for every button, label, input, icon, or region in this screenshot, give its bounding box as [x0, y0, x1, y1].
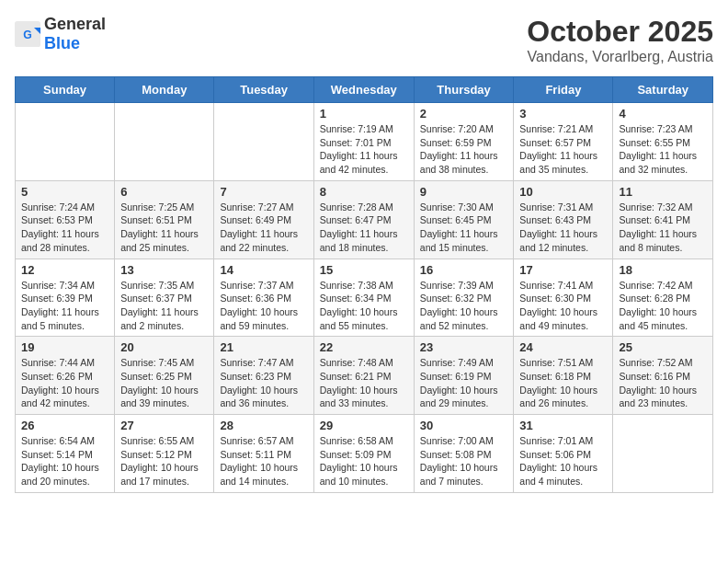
- day-number: 21: [220, 340, 307, 354]
- calendar-cell: 20Sunrise: 7:45 AM Sunset: 6:25 PM Dayli…: [115, 337, 214, 415]
- calendar-cell: [613, 415, 713, 493]
- day-info: Sunrise: 7:25 AM Sunset: 6:51 PM Dayligh…: [120, 201, 208, 255]
- calendar-cell: 24Sunrise: 7:51 AM Sunset: 6:18 PM Dayli…: [514, 337, 613, 415]
- calendar-cell: 18Sunrise: 7:42 AM Sunset: 6:28 PM Dayli…: [613, 259, 713, 337]
- day-number: 11: [619, 185, 707, 199]
- calendar-cell: 30Sunrise: 7:00 AM Sunset: 5:08 PM Dayli…: [414, 415, 514, 493]
- title-block: October 2025 Vandans, Vorarlberg, Austri…: [527, 15, 713, 65]
- calendar-header-row: SundayMondayTuesdayWednesdayThursdayFrid…: [16, 77, 713, 103]
- logo-general: General: [44, 15, 106, 33]
- svg-text:G: G: [23, 29, 32, 41]
- day-header-thursday: Thursday: [414, 77, 514, 103]
- day-info: Sunrise: 7:20 AM Sunset: 6:59 PM Dayligh…: [420, 122, 508, 177]
- day-info: Sunrise: 7:39 AM Sunset: 6:32 PM Dayligh…: [420, 279, 508, 333]
- calendar-cell: 25Sunrise: 7:52 AM Sunset: 6:16 PM Dayli…: [613, 337, 713, 415]
- day-number: 24: [519, 340, 607, 354]
- day-number: 3: [519, 107, 607, 121]
- day-info: Sunrise: 7:31 AM Sunset: 6:43 PM Dayligh…: [519, 201, 607, 255]
- calendar-week-5: 26Sunrise: 6:54 AM Sunset: 5:14 PM Dayli…: [16, 415, 713, 493]
- day-number: 26: [21, 419, 108, 432]
- day-info: Sunrise: 7:49 AM Sunset: 6:19 PM Dayligh…: [420, 356, 508, 410]
- day-info: Sunrise: 7:01 AM Sunset: 5:06 PM Dayligh…: [519, 434, 607, 488]
- day-number: 30: [420, 419, 508, 432]
- day-number: 9: [420, 185, 508, 199]
- day-info: Sunrise: 7:19 AM Sunset: 7:01 PM Dayligh…: [320, 122, 408, 177]
- day-info: Sunrise: 6:54 AM Sunset: 5:14 PM Dayligh…: [21, 434, 108, 488]
- calendar-cell: [16, 103, 115, 181]
- logo-icon: G: [15, 21, 40, 47]
- day-number: 2: [420, 107, 508, 121]
- day-number: 27: [120, 419, 208, 432]
- day-info: Sunrise: 7:48 AM Sunset: 6:21 PM Dayligh…: [320, 356, 408, 410]
- day-number: 22: [320, 340, 408, 354]
- calendar-week-1: 1Sunrise: 7:19 AM Sunset: 7:01 PM Daylig…: [16, 103, 713, 181]
- day-info: Sunrise: 7:35 AM Sunset: 6:37 PM Dayligh…: [120, 279, 208, 333]
- day-info: Sunrise: 7:37 AM Sunset: 6:36 PM Dayligh…: [220, 279, 307, 333]
- calendar-cell: 8Sunrise: 7:28 AM Sunset: 6:47 PM Daylig…: [313, 180, 414, 259]
- calendar-cell: 28Sunrise: 6:57 AM Sunset: 5:11 PM Dayli…: [214, 415, 313, 493]
- day-info: Sunrise: 7:00 AM Sunset: 5:08 PM Dayligh…: [420, 434, 508, 488]
- day-info: Sunrise: 7:32 AM Sunset: 6:41 PM Dayligh…: [619, 201, 707, 255]
- day-header-saturday: Saturday: [613, 77, 713, 103]
- day-info: Sunrise: 7:24 AM Sunset: 6:53 PM Dayligh…: [21, 201, 108, 255]
- day-info: Sunrise: 7:28 AM Sunset: 6:47 PM Dayligh…: [320, 201, 408, 255]
- day-header-monday: Monday: [115, 77, 214, 103]
- calendar-cell: 4Sunrise: 7:23 AM Sunset: 6:55 PM Daylig…: [613, 103, 713, 181]
- day-number: 18: [619, 263, 707, 277]
- day-info: Sunrise: 7:41 AM Sunset: 6:30 PM Dayligh…: [519, 279, 607, 333]
- calendar-table: SundayMondayTuesdayWednesdayThursdayFrid…: [15, 76, 713, 493]
- calendar-cell: 3Sunrise: 7:21 AM Sunset: 6:57 PM Daylig…: [514, 103, 613, 181]
- day-info: Sunrise: 7:42 AM Sunset: 6:28 PM Dayligh…: [619, 279, 707, 333]
- calendar-cell: 31Sunrise: 7:01 AM Sunset: 5:06 PM Dayli…: [514, 415, 613, 493]
- day-info: Sunrise: 6:58 AM Sunset: 5:09 PM Dayligh…: [320, 434, 408, 488]
- calendar-cell: 11Sunrise: 7:32 AM Sunset: 6:41 PM Dayli…: [613, 180, 713, 259]
- day-number: 1: [320, 107, 408, 121]
- calendar-week-3: 12Sunrise: 7:34 AM Sunset: 6:39 PM Dayli…: [16, 259, 713, 337]
- month-title: October 2025: [527, 15, 713, 49]
- logo: G General Blue: [15, 15, 106, 53]
- calendar-cell: 7Sunrise: 7:27 AM Sunset: 6:49 PM Daylig…: [214, 180, 313, 259]
- day-number: 6: [120, 185, 208, 199]
- day-number: 28: [220, 419, 307, 432]
- day-number: 10: [519, 185, 607, 199]
- day-info: Sunrise: 7:27 AM Sunset: 6:49 PM Dayligh…: [220, 201, 307, 255]
- day-info: Sunrise: 7:52 AM Sunset: 6:16 PM Dayligh…: [619, 356, 707, 410]
- calendar-cell: 19Sunrise: 7:44 AM Sunset: 6:26 PM Dayli…: [16, 337, 115, 415]
- day-info: Sunrise: 7:34 AM Sunset: 6:39 PM Dayligh…: [21, 279, 108, 333]
- day-info: Sunrise: 7:23 AM Sunset: 6:55 PM Dayligh…: [619, 122, 707, 177]
- calendar-cell: 12Sunrise: 7:34 AM Sunset: 6:39 PM Dayli…: [16, 259, 115, 337]
- day-info: Sunrise: 6:57 AM Sunset: 5:11 PM Dayligh…: [220, 434, 307, 488]
- location-title: Vandans, Vorarlberg, Austria: [527, 49, 713, 65]
- day-info: Sunrise: 7:38 AM Sunset: 6:34 PM Dayligh…: [320, 279, 408, 333]
- day-header-wednesday: Wednesday: [313, 77, 414, 103]
- calendar-cell: 17Sunrise: 7:41 AM Sunset: 6:30 PM Dayli…: [514, 259, 613, 337]
- day-number: 12: [21, 263, 108, 277]
- calendar-cell: 9Sunrise: 7:30 AM Sunset: 6:45 PM Daylig…: [414, 180, 514, 259]
- day-info: Sunrise: 7:21 AM Sunset: 6:57 PM Dayligh…: [519, 122, 607, 177]
- day-info: Sunrise: 7:51 AM Sunset: 6:18 PM Dayligh…: [519, 356, 607, 410]
- calendar-cell: 14Sunrise: 7:37 AM Sunset: 6:36 PM Dayli…: [214, 259, 313, 337]
- day-number: 14: [220, 263, 307, 277]
- calendar-cell: 5Sunrise: 7:24 AM Sunset: 6:53 PM Daylig…: [16, 180, 115, 259]
- calendar-cell: 1Sunrise: 7:19 AM Sunset: 7:01 PM Daylig…: [313, 103, 414, 181]
- day-number: 17: [519, 263, 607, 277]
- page-header: G General Blue October 2025 Vandans, Vor…: [15, 15, 713, 65]
- day-number: 31: [519, 419, 607, 432]
- day-info: Sunrise: 7:45 AM Sunset: 6:25 PM Dayligh…: [120, 356, 208, 410]
- calendar-cell: 6Sunrise: 7:25 AM Sunset: 6:51 PM Daylig…: [115, 180, 214, 259]
- calendar-cell: 26Sunrise: 6:54 AM Sunset: 5:14 PM Dayli…: [16, 415, 115, 493]
- calendar-cell: 13Sunrise: 7:35 AM Sunset: 6:37 PM Dayli…: [115, 259, 214, 337]
- logo-blue: Blue: [44, 34, 80, 52]
- day-number: 19: [21, 340, 108, 354]
- calendar-cell: [115, 103, 214, 181]
- calendar-cell: 22Sunrise: 7:48 AM Sunset: 6:21 PM Dayli…: [313, 337, 414, 415]
- calendar-cell: 10Sunrise: 7:31 AM Sunset: 6:43 PM Dayli…: [514, 180, 613, 259]
- day-header-sunday: Sunday: [16, 77, 115, 103]
- calendar-cell: 2Sunrise: 7:20 AM Sunset: 6:59 PM Daylig…: [414, 103, 514, 181]
- day-header-friday: Friday: [514, 77, 613, 103]
- logo-text: General Blue: [44, 15, 106, 53]
- day-number: 25: [619, 340, 707, 354]
- day-number: 23: [420, 340, 508, 354]
- day-number: 4: [619, 107, 707, 121]
- day-info: Sunrise: 7:44 AM Sunset: 6:26 PM Dayligh…: [21, 356, 108, 410]
